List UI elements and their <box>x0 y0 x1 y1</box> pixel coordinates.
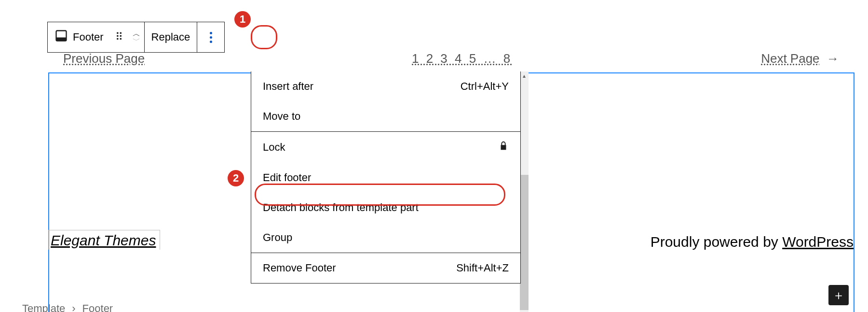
arrow-right-icon: → <box>827 51 839 66</box>
annotation-badge-1: 1 <box>234 11 251 28</box>
replace-button[interactable]: Replace <box>145 22 197 52</box>
scrollbar-thumb[interactable] <box>520 175 529 310</box>
move-up-down: ︿ ﹀ <box>129 30 144 44</box>
menu-item-insert-after[interactable]: Insert after Ctrl+Alt+Y <box>251 71 520 101</box>
footer-block-icon <box>54 29 68 45</box>
menu-item-move-to[interactable]: Move to <box>251 101 520 131</box>
block-toolbar: Footer ⠿ ︿ ﹀ Replace <box>47 22 225 53</box>
shortcut-text: Ctrl+Alt+Y <box>461 80 509 93</box>
previous-page-link[interactable]: Previous Page <box>63 51 145 66</box>
menu-item-group[interactable]: Group <box>251 223 520 253</box>
drag-icon: ⠿ <box>114 35 125 40</box>
menu-scrollbar[interactable]: ▴ <box>520 71 529 312</box>
block-options-menu: Insert after Ctrl+Alt+Y Move to Lock Edi… <box>251 71 521 284</box>
more-options-button[interactable] <box>197 22 224 52</box>
plus-icon: ＋ <box>832 287 845 304</box>
breadcrumb-leaf[interactable]: Footer <box>82 302 113 312</box>
breadcrumb-root[interactable]: Template <box>22 302 65 312</box>
chevron-right-icon: › <box>72 302 75 312</box>
breadcrumb: Template › Footer <box>22 302 113 312</box>
menu-item-detach[interactable]: Detach blocks from template part <box>251 193 520 223</box>
pagination-numbers[interactable]: 1 2 3 4 5 … 8 <box>412 51 512 66</box>
block-type-label: Footer <box>73 31 104 43</box>
site-title-link[interactable]: Elegant Themes <box>48 230 160 250</box>
scroll-up-arrow[interactable]: ▴ <box>520 71 529 80</box>
drag-handle[interactable]: ⠿ <box>110 22 129 52</box>
wordpress-link[interactable]: WordPress <box>782 234 854 250</box>
add-block-button[interactable]: ＋ <box>828 285 849 305</box>
move-down-button[interactable]: ﹀ <box>133 37 140 44</box>
next-page-link[interactable]: Next Page → <box>761 51 839 66</box>
menu-item-lock[interactable]: Lock <box>251 132 520 163</box>
svg-rect-1 <box>56 38 67 41</box>
annotation-badge-2: 2 <box>228 170 244 186</box>
lock-icon <box>498 141 509 154</box>
block-type-button[interactable]: Footer <box>48 22 110 52</box>
menu-item-remove-footer[interactable]: Remove Footer Shift+Alt+Z <box>251 253 520 283</box>
menu-item-edit-footer[interactable]: Edit footer <box>251 163 520 193</box>
annotation-ring-1 <box>251 25 277 49</box>
replace-label: Replace <box>151 31 190 43</box>
footer-credit: Proudly powered by WordPress <box>651 234 854 250</box>
kebab-icon <box>210 32 212 43</box>
shortcut-text: Shift+Alt+Z <box>456 262 509 274</box>
